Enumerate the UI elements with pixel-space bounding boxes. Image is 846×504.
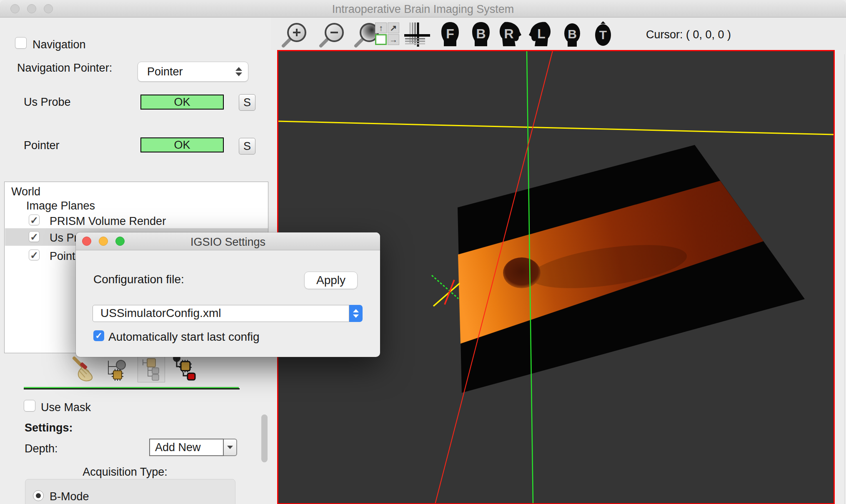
chevron-down-icon: [227, 446, 233, 449]
svg-text:F: F: [446, 26, 454, 41]
tree-item-world[interactable]: World: [11, 185, 40, 198]
dialog-title: IGSIO Settings: [76, 236, 380, 249]
config-file-combo[interactable]: USSimulatorConfig.xml: [93, 305, 349, 322]
slab-crater: [503, 257, 541, 288]
chevron-up-down-icon: [235, 67, 242, 76]
window-title: Intraoperative Brain Imaging System: [0, 3, 846, 16]
pointer-s-button[interactable]: S: [239, 138, 255, 155]
depth-combo-arrow[interactable]: [224, 439, 237, 456]
bmode-radio[interactable]: [33, 490, 44, 501]
navigation-pointer-value: Pointer: [147, 65, 183, 78]
processing-node-icon[interactable]: [104, 357, 128, 383]
view-back-icon[interactable]: B: [471, 21, 491, 47]
us-probe-s-button[interactable]: S: [239, 94, 255, 111]
window-edge-divider: [844, 54, 845, 504]
tree-item-pointer[interactable]: Point: [50, 250, 75, 263]
svg-text:B: B: [568, 27, 577, 41]
settings-heading: Settings:: [25, 422, 73, 434]
apply-button[interactable]: Apply: [304, 272, 358, 289]
depth-label: Depth:: [25, 442, 58, 455]
tree-item-image-planes[interactable]: Image Planes: [26, 200, 95, 212]
config-combo-stepper-icon[interactable]: [349, 305, 363, 322]
acquisition-group-box: B-Mode: [25, 479, 235, 504]
autostart-label: Automatically start last config: [108, 330, 260, 344]
view-front-icon[interactable]: F: [440, 21, 461, 47]
us-probe-status: OK: [140, 95, 224, 110]
depth-combo[interactable]: Add New: [149, 439, 224, 456]
configuration-file-label: Configuration file:: [93, 273, 184, 286]
pointer-status: OK: [140, 137, 224, 152]
tree-checkbox-pointer[interactable]: ✓: [29, 250, 40, 260]
use-mask-checkbox[interactable]: [24, 400, 35, 412]
use-mask-label: Use Mask: [41, 401, 91, 414]
tree-checkbox-us-probe[interactable]: ✓: [29, 231, 40, 242]
igsio-settings-dialog: IGSIO Settings Configuration file: Apply…: [76, 232, 380, 357]
dialog-titlebar[interactable]: IGSIO Settings: [76, 232, 380, 250]
zoom-out-icon[interactable]: [318, 21, 347, 48]
view-left-icon[interactable]: L: [528, 21, 553, 47]
pointer-label: Pointer: [24, 139, 60, 152]
svg-text:B: B: [476, 26, 486, 41]
crosshairs-icon[interactable]: [404, 22, 432, 48]
navigation-checkbox[interactable]: [15, 37, 27, 49]
panel-scrollbar-thumb[interactable]: [261, 414, 268, 462]
tree-item-prism-volume-render[interactable]: PRISM Volume Render: [50, 215, 166, 228]
view-toolbar: ↑ ↗ → F B R L B T: [271, 17, 846, 50]
progress-line-track: [24, 388, 240, 389]
svg-text:T: T: [599, 28, 607, 42]
view-occiput-icon[interactable]: B: [562, 21, 583, 47]
svg-text:L: L: [537, 26, 546, 41]
clean-scene-icon[interactable]: [70, 356, 98, 385]
us-probe-label: Us Probe: [24, 96, 71, 109]
navigation-label: Navigation: [33, 38, 86, 51]
bmode-label: B-Mode: [50, 490, 89, 503]
window-titlebar: Intraoperative Brain Imaging System: [0, 0, 846, 17]
navigation-pointer-select[interactable]: Pointer: [138, 62, 248, 82]
autostart-checkbox[interactable]: ✓: [93, 330, 104, 341]
tree-checkbox-prism[interactable]: ✓: [29, 215, 40, 225]
acquisition-type-label: Acquisition Type:: [67, 466, 183, 479]
navigation-pointer-label: Navigation Pointer:: [17, 62, 112, 75]
view-right-icon[interactable]: R: [498, 21, 522, 47]
pipeline-selected-icon[interactable]: [138, 356, 165, 382]
cursor-coordinates: Cursor: ( 0, 0, 0 ): [646, 28, 731, 41]
pan-expand-icon[interactable]: ↑ ↗ →: [375, 22, 401, 47]
record-pipeline-icon[interactable]: [171, 356, 198, 383]
view-top-icon[interactable]: T: [593, 21, 613, 47]
zoom-in-icon[interactable]: [280, 21, 309, 48]
pan-selected-cell: [375, 34, 387, 45]
tree-item-us-probe[interactable]: Us Pr: [50, 232, 78, 245]
svg-text:R: R: [504, 26, 513, 41]
